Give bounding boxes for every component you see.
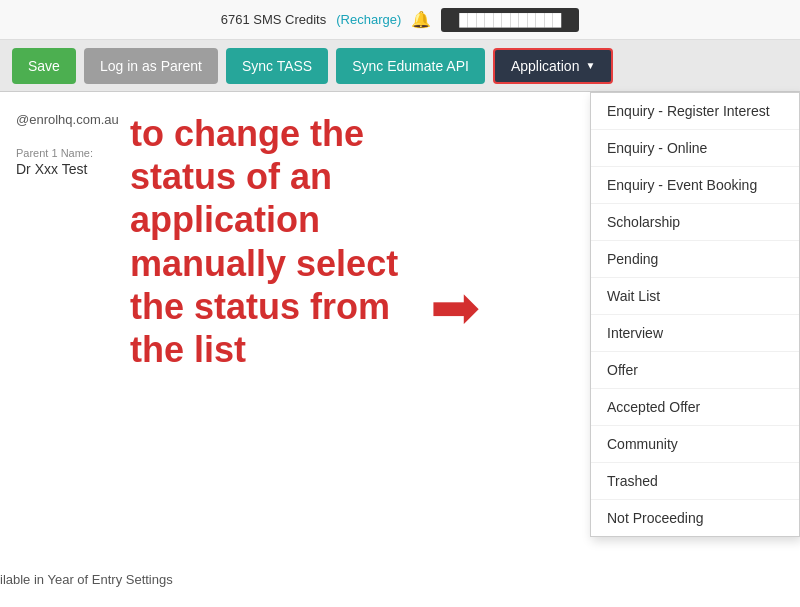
sync-edumate-button[interactable]: Sync Edumate API: [336, 48, 485, 84]
main-content: @enrolhq.com.au to change the status of …: [0, 92, 800, 607]
application-button[interactable]: Application ▼: [493, 48, 613, 84]
dropdown-item[interactable]: Interview: [591, 315, 799, 352]
sync-tass-button[interactable]: Sync TASS: [226, 48, 328, 84]
login-parent-button[interactable]: Log in as Parent: [84, 48, 218, 84]
dropdown-item[interactable]: Trashed: [591, 463, 799, 500]
dropdown-item[interactable]: Enquiry - Register Interest: [591, 93, 799, 130]
dropdown-item[interactable]: Enquiry - Online: [591, 130, 799, 167]
instruction-text: to change the status of an application m…: [130, 112, 450, 371]
dropdown-item[interactable]: Not Proceeding: [591, 500, 799, 536]
dropdown-item[interactable]: Enquiry - Event Booking: [591, 167, 799, 204]
application-dropdown: Enquiry - Register InterestEnquiry - Onl…: [590, 92, 800, 537]
save-button[interactable]: Save: [12, 48, 76, 84]
top-bar: 6761 SMS Credits (Recharge) 🔔 ██████████…: [0, 0, 800, 40]
toolbar: Save Log in as Parent Sync TASS Sync Edu…: [0, 40, 800, 92]
dropdown-arrow-icon: ▼: [585, 60, 595, 71]
dropdown-item[interactable]: Accepted Offer: [591, 389, 799, 426]
sms-credits-text: 6761 SMS Credits: [221, 12, 327, 27]
year-entry-text: ilable in Year of Entry Settings: [0, 572, 173, 587]
dropdown-item[interactable]: Community: [591, 426, 799, 463]
arrow-right-icon: ➡: [430, 272, 480, 342]
bell-icon[interactable]: 🔔: [411, 10, 431, 29]
dropdown-item[interactable]: Wait List: [591, 278, 799, 315]
recharge-link[interactable]: (Recharge): [336, 12, 401, 27]
dropdown-item[interactable]: Pending: [591, 241, 799, 278]
application-label: Application: [511, 58, 580, 74]
dropdown-item[interactable]: Scholarship: [591, 204, 799, 241]
user-block: ████████████: [441, 8, 579, 32]
dropdown-item[interactable]: Offer: [591, 352, 799, 389]
